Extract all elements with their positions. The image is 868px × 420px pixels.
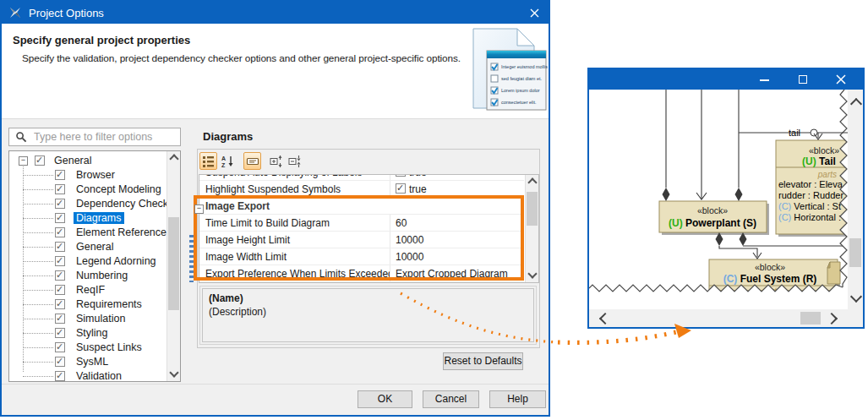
table-scrollbar[interactable] xyxy=(525,175,538,282)
table-row[interactable]: Image Width Limit 10000 xyxy=(199,248,524,265)
tree-scrollbar[interactable] xyxy=(167,151,180,381)
group-label[interactable]: Image Export xyxy=(199,198,524,212)
sidebar-item-legend-adorning[interactable]: Legend Adorning xyxy=(9,254,180,269)
categorized-view-icon[interactable] xyxy=(199,152,217,170)
sidebar-item-validation[interactable]: Validation xyxy=(9,369,180,382)
sidebar-item-sysml[interactable]: SysML xyxy=(9,355,180,369)
checkbox-checked-icon[interactable] xyxy=(55,242,65,252)
sidebar-item-label[interactable]: Element References xyxy=(74,226,174,238)
minimize-icon[interactable] xyxy=(760,79,769,81)
checkbox-checked-icon[interactable] xyxy=(55,199,65,209)
checkbox-checked-icon[interactable] xyxy=(396,174,406,177)
show-description-icon[interactable] xyxy=(243,152,261,170)
sidebar-item-label[interactable]: General xyxy=(74,241,116,253)
sidebar-item-simulation[interactable]: Simulation xyxy=(9,312,180,326)
checkbox-checked-icon[interactable] xyxy=(55,170,65,180)
filter-options-box[interactable] xyxy=(8,128,181,146)
sidebar-item-browser[interactable]: Browser xyxy=(9,168,180,183)
filter-input[interactable] xyxy=(32,130,179,144)
sidebar-item-label[interactable]: SysML xyxy=(74,356,111,368)
checkbox-checked-icon[interactable] xyxy=(55,342,65,352)
value-cell[interactable]: 10000 xyxy=(391,248,524,265)
checkbox-checked-icon[interactable] xyxy=(396,183,406,194)
sidebar-item-diagrams[interactable]: Diagrams xyxy=(9,211,180,226)
scroll-up-icon[interactable] xyxy=(169,154,178,163)
expand-group-icon[interactable] xyxy=(267,152,285,170)
scroll-left-icon[interactable] xyxy=(599,313,611,325)
ok-button[interactable]: OK xyxy=(358,390,412,408)
scrollbar-thumb[interactable] xyxy=(527,192,538,226)
scroll-down-icon[interactable] xyxy=(527,269,537,278)
table-group-row[interactable]: Image Export xyxy=(199,198,524,215)
table-row[interactable]: Export Preference When Limits Exceeded E… xyxy=(199,265,524,282)
close-icon[interactable] xyxy=(836,74,846,85)
table-row-clipped[interactable]: Suspend Auto Displaying of Labels true xyxy=(199,174,524,181)
sidebar-item-label[interactable]: Simulation xyxy=(74,313,128,325)
preview-horizontal-scrollbar[interactable] xyxy=(589,309,848,327)
value-cell[interactable]: true xyxy=(391,174,524,180)
sidebar-item-label[interactable]: Suspect Links xyxy=(74,341,145,353)
close-icon[interactable] xyxy=(525,5,543,20)
sidebar-item-label[interactable]: Styling xyxy=(74,327,111,339)
group-expander-icon[interactable]: − xyxy=(194,205,204,214)
sidebar-item-requirements[interactable]: Requirements xyxy=(9,297,180,312)
sidebar-item-label[interactable]: Numbering xyxy=(74,270,130,281)
property-cell[interactable]: Time Limit to Build Diagram xyxy=(199,215,390,231)
table-row[interactable]: Time Limit to Build Diagram 60 xyxy=(199,215,524,232)
value-cell[interactable]: 60 xyxy=(391,215,524,231)
help-button[interactable]: Help xyxy=(489,390,546,408)
dialog-titlebar[interactable]: Project Options xyxy=(2,2,549,24)
preview-vertical-scrollbar[interactable] xyxy=(848,90,863,309)
sidebar-item-label[interactable]: General xyxy=(52,155,94,166)
sidebar-item-styling[interactable]: Styling xyxy=(9,326,180,341)
scroll-down-icon[interactable] xyxy=(850,291,862,303)
property-cell[interactable]: Export Preference When Limits Exceeded xyxy=(199,265,390,281)
checkbox-checked-icon[interactable] xyxy=(55,184,65,194)
checkbox-checked-icon[interactable] xyxy=(55,299,65,309)
checkbox-checked-icon[interactable] xyxy=(55,328,65,338)
scrollbar-thumb[interactable] xyxy=(849,238,861,267)
property-cell[interactable]: Suspend Auto Displaying of Labels xyxy=(199,174,390,180)
sidebar-item-general[interactable]: General xyxy=(9,240,180,254)
cancel-button[interactable]: Cancel xyxy=(423,390,479,408)
sidebar-item-reqif[interactable]: ReqIF xyxy=(9,283,180,297)
collapse-expander-icon[interactable]: − xyxy=(19,156,28,166)
scroll-right-icon[interactable] xyxy=(826,313,838,325)
sidebar-item-label[interactable]: Dependency Checker xyxy=(74,198,180,210)
sidebar-item-label[interactable]: Validation xyxy=(74,370,124,382)
value-cell[interactable]: Export Cropped Diagram xyxy=(391,265,524,281)
sidebar-item-label[interactable]: Concept Modeling xyxy=(74,183,164,195)
splitter-handle[interactable] xyxy=(189,235,194,282)
checkbox-checked-icon[interactable] xyxy=(55,314,65,324)
scrollbar-thumb[interactable] xyxy=(800,312,821,325)
property-cell[interactable]: Image Width Limit xyxy=(199,248,390,265)
reset-to-defaults-button[interactable]: Reset to Defaults xyxy=(443,352,523,370)
preview-titlebar[interactable] xyxy=(589,69,863,90)
checkbox-checked-icon[interactable] xyxy=(55,357,65,367)
checkbox-checked-icon[interactable] xyxy=(55,227,65,237)
sidebar-item-concept-modeling[interactable]: Concept Modeling xyxy=(9,183,180,197)
sidebar-item-label-selected[interactable]: Diagrams xyxy=(74,212,124,224)
checkbox-checked-icon[interactable] xyxy=(55,213,65,223)
checkbox-checked-icon[interactable] xyxy=(35,155,45,166)
collapse-group-icon[interactable] xyxy=(286,152,303,170)
scrollbar-thumb[interactable] xyxy=(168,217,179,310)
sidebar-item-dependency-checker[interactable]: Dependency Checker xyxy=(9,197,180,211)
checkbox-checked-icon[interactable] xyxy=(55,256,65,266)
property-cell[interactable]: Highlight Suspended Symbols xyxy=(199,181,390,197)
sidebar-item-label[interactable]: ReqIF xyxy=(74,284,107,296)
sidebar-item-label[interactable]: Legend Adorning xyxy=(74,255,159,267)
sort-alphabetically-icon[interactable]: A Z xyxy=(218,152,236,170)
options-tree[interactable]: − General Browser Concept Modeling Depen… xyxy=(8,150,181,382)
table-row[interactable]: Image Height Limit 10000 xyxy=(199,232,524,248)
sidebar-item-general-root[interactable]: − General xyxy=(9,154,180,168)
value-cell[interactable]: 10000 xyxy=(391,232,524,248)
diagram-canvas[interactable]: «block» (U) Tail parts elevator : Eleva … xyxy=(589,90,848,309)
table-row[interactable]: Highlight Suspended Symbols true xyxy=(199,181,524,198)
sidebar-item-numbering[interactable]: Numbering xyxy=(9,269,180,283)
powerplant-block[interactable]: «block» (U) Powerplant (S) xyxy=(659,201,769,235)
checkbox-checked-icon[interactable] xyxy=(55,371,65,381)
value-cell[interactable]: true xyxy=(391,181,524,197)
sidebar-item-label[interactable]: Requirements xyxy=(74,298,145,310)
sidebar-item-suspect-links[interactable]: Suspect Links xyxy=(9,341,180,355)
